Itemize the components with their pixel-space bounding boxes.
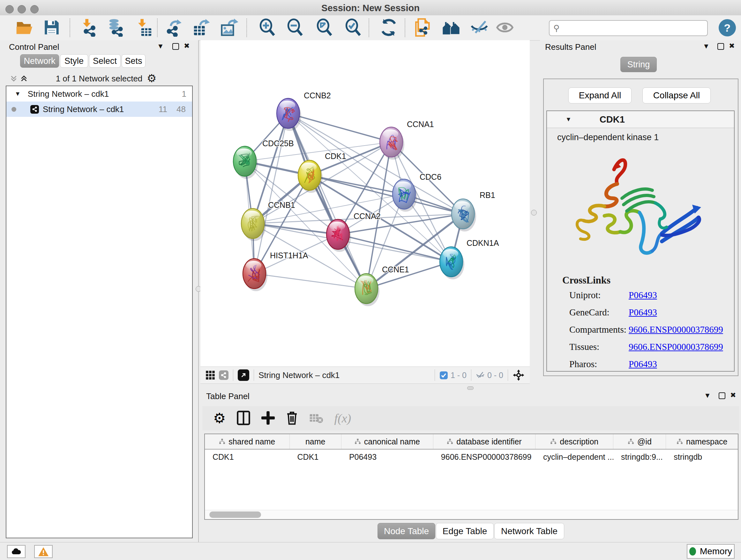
crosslink-value-link[interactable]: P06493: [629, 359, 657, 369]
tab-edge-table[interactable]: Edge Table: [436, 523, 494, 539]
show-all-button[interactable]: [495, 17, 515, 38]
column-header[interactable]: canonical name: [341, 434, 433, 449]
show-columns-button[interactable]: [237, 410, 251, 427]
cloud-status-button[interactable]: [7, 545, 25, 558]
search-input[interactable]: [562, 22, 707, 35]
delete-table-button[interactable]: [309, 410, 323, 427]
first-neighbors-button[interactable]: [441, 17, 461, 38]
table-row[interactable]: CDK1 CDK1 P06493 9606.ENSP00000378699 cy…: [205, 449, 738, 464]
protein-header[interactable]: ▼ CDK1: [547, 111, 734, 128]
node-RB1[interactable]: [452, 199, 476, 232]
export-image-button[interactable]: [219, 17, 240, 38]
node-CCNB2[interactable]: [277, 98, 301, 131]
right-splitter-handle[interactable]: [531, 210, 537, 215]
cell-database-identifier[interactable]: 9606.ENSP00000378699: [433, 449, 536, 464]
panel-float-icon[interactable]: [172, 43, 179, 50]
panel-float-icon[interactable]: [718, 43, 724, 50]
edge-HIST1H1A-CCNE1[interactable]: [254, 273, 366, 289]
node-HIST1H1A[interactable]: [243, 259, 267, 291]
save-session-button[interactable]: [42, 17, 62, 38]
import-network-file-button[interactable]: [78, 17, 98, 38]
tab-network-table[interactable]: Network Table: [494, 523, 564, 539]
node-CCNB1[interactable]: [241, 208, 266, 241]
panel-menu-icon[interactable]: ▼: [157, 43, 164, 50]
houses-icon: [442, 18, 461, 37]
zoom-out-button[interactable]: [285, 17, 305, 38]
panel-float-icon[interactable]: [719, 392, 725, 399]
collection-disclosure-icon[interactable]: ▼: [15, 90, 21, 98]
clone-network-button[interactable]: [413, 17, 433, 38]
import-network-database-button[interactable]: [105, 17, 126, 38]
apply-function-button[interactable]: f(x): [334, 410, 351, 427]
panel-menu-icon[interactable]: ▼: [703, 43, 710, 50]
network-canvas[interactable]: CCNB2CCNA1CDC25BCDK1CDC6RB1CCNB1CCNA2CDK…: [200, 40, 530, 367]
add-column-button[interactable]: [261, 410, 275, 427]
edge-CCNA2-CDKN1A[interactable]: [338, 234, 451, 262]
network-share-icon[interactable]: [219, 370, 228, 380]
hidden-eye-icon[interactable]: [476, 371, 485, 380]
network-collection-row[interactable]: ▼ String Network – cdk1 1: [6, 86, 192, 102]
crosslink-value-link[interactable]: 9606.ENSP00000378699: [629, 341, 723, 352]
column-header[interactable]: @id: [613, 434, 666, 449]
zoom-fit-button[interactable]: [314, 17, 334, 38]
table-options-button[interactable]: ⚙: [213, 410, 226, 427]
columns-icon: [237, 410, 251, 426]
crosslink-value-link[interactable]: P06493: [629, 290, 657, 300]
expand-all-button[interactable]: Expand All: [568, 87, 631, 104]
import-table-file-button[interactable]: [133, 17, 154, 38]
memory-button[interactable]: Memory: [687, 544, 735, 559]
table-panel-title: Table Panel: [206, 391, 250, 401]
table-horizontal-scrollbar[interactable]: [205, 510, 738, 519]
node-label-CCNA2: CCNA2: [354, 212, 381, 221]
cell-description[interactable]: cyclin–dependent ...: [536, 449, 613, 464]
tab-string[interactable]: String: [620, 57, 657, 72]
column-header[interactable]: namespace: [666, 434, 738, 449]
tab-network[interactable]: Network: [20, 54, 59, 68]
export-table-button[interactable]: [192, 17, 212, 38]
scrollbar-thumb[interactable]: [209, 511, 261, 518]
zoom-in-button[interactable]: [257, 17, 277, 38]
detach-view-icon[interactable]: [238, 369, 249, 381]
edge-CCNB2-CCNE1[interactable]: [288, 113, 366, 289]
column-header[interactable]: description: [536, 434, 613, 449]
export-network-button[interactable]: [164, 17, 185, 38]
network-row[interactable]: String Network – cdk1 11 48: [6, 102, 192, 117]
network-options-gear-icon[interactable]: ⚙: [147, 72, 156, 84]
zoom-selected-button[interactable]: [343, 17, 363, 38]
cell-id[interactable]: stringdb:9...: [613, 449, 666, 464]
panel-close-icon[interactable]: ✖: [730, 392, 736, 399]
tab-select[interactable]: Select: [89, 54, 121, 68]
column-header[interactable]: shared name: [205, 434, 290, 449]
node-CCNA2[interactable]: [327, 219, 351, 252]
panel-menu-icon[interactable]: ▼: [704, 392, 711, 399]
node-CDKN1A[interactable]: [440, 247, 464, 279]
birds-eye-icon[interactable]: [513, 369, 525, 381]
panel-close-icon[interactable]: ✖: [729, 43, 735, 50]
cell-canonical-name[interactable]: P06493: [341, 449, 433, 464]
column-header[interactable]: database identifier: [433, 434, 536, 449]
open-session-button[interactable]: [14, 17, 35, 38]
help-button[interactable]: ?: [719, 19, 736, 37]
control-panel: Control Panel ▼ ✖ Network Style Select S…: [0, 40, 199, 542]
cell-name[interactable]: CDK1: [290, 449, 341, 464]
selected-checkbox-icon[interactable]: [440, 371, 448, 380]
delete-column-button[interactable]: [286, 410, 298, 427]
column-header[interactable]: name: [290, 434, 341, 449]
collapse-all-button[interactable]: Collapse All: [643, 87, 711, 104]
tab-node-table[interactable]: Node Table: [378, 523, 435, 539]
tab-sets[interactable]: Sets: [122, 54, 145, 68]
cell-shared-name[interactable]: CDK1: [205, 449, 290, 464]
tab-style[interactable]: Style: [60, 54, 88, 68]
warning-status-button[interactable]: [34, 545, 53, 558]
crosslink-value-link[interactable]: 9606.ENSP00000378699: [629, 324, 723, 335]
grid-view-icon[interactable]: [205, 370, 215, 380]
node-CCNE1[interactable]: [355, 273, 380, 306]
cell-namespace[interactable]: stringdb: [666, 449, 738, 464]
crosslink-value-link[interactable]: P06493: [629, 307, 657, 318]
node-CDC6[interactable]: [393, 179, 417, 212]
panel-close-icon[interactable]: ✖: [184, 43, 190, 50]
edge-CCNB2-HIST1H1A[interactable]: [254, 113, 288, 273]
apply-layout-button[interactable]: [379, 17, 399, 38]
hide-selected-button[interactable]: [469, 17, 489, 38]
protein-disclosure-icon[interactable]: ▼: [565, 116, 571, 123]
